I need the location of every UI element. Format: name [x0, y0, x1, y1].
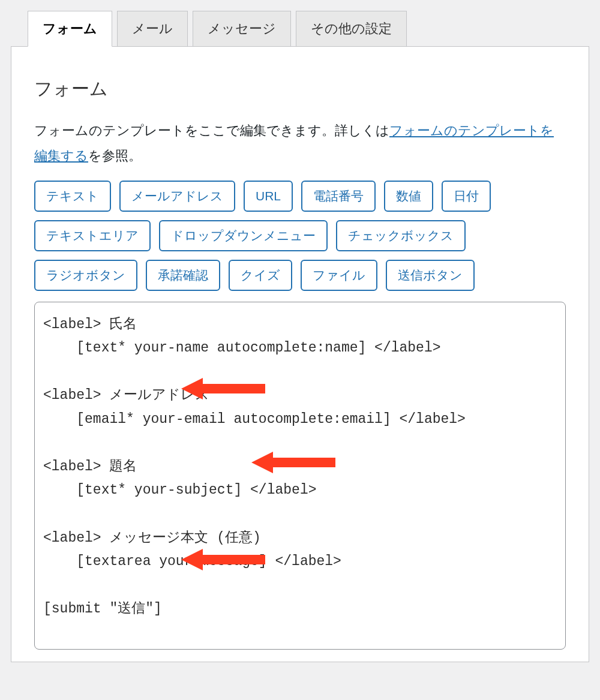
tag-buttons-row-3: ラジオボタン 承諾確認 クイズ ファイル 送信ボタン [34, 260, 566, 291]
panel-desc-before: フォームのテンプレートをここで編集できます。詳しくは [34, 123, 389, 138]
tag-checkbox-button[interactable]: チェックボックス [336, 220, 466, 251]
tag-submit-button[interactable]: 送信ボタン [386, 260, 475, 291]
tab-message[interactable]: メッセージ [193, 11, 291, 47]
tag-textarea-button[interactable]: テキストエリア [34, 220, 151, 251]
tag-file-button[interactable]: ファイル [301, 260, 377, 291]
tab-form[interactable]: フォーム [28, 11, 112, 47]
tag-date-button[interactable]: 日付 [442, 181, 491, 212]
form-template-textarea[interactable]: <label> 氏名 [text* your-name autocomplete… [34, 302, 566, 650]
tag-dropdown-button[interactable]: ドロップダウンメニュー [159, 220, 328, 251]
panel-description: フォームのテンプレートをここで編集できます。詳しくはフォームのテンプレートを編集… [34, 118, 566, 169]
tabs-nav: フォーム メール メッセージ その他の設定 [28, 11, 589, 47]
tag-buttons-row-1: テキスト メールアドレス URL 電話番号 数値 日付 [34, 181, 566, 212]
tag-buttons-row-2: テキストエリア ドロップダウンメニュー チェックボックス [34, 220, 566, 251]
tab-other-settings[interactable]: その他の設定 [296, 11, 407, 47]
tag-text-button[interactable]: テキスト [34, 181, 111, 212]
tag-number-button[interactable]: 数値 [384, 181, 433, 212]
tag-tel-button[interactable]: 電話番号 [301, 181, 376, 212]
tag-acceptance-button[interactable]: 承諾確認 [146, 260, 220, 291]
tag-email-button[interactable]: メールアドレス [119, 181, 235, 212]
tag-url-button[interactable]: URL [244, 181, 293, 212]
tag-radio-button[interactable]: ラジオボタン [34, 260, 137, 291]
tab-mail[interactable]: メール [117, 11, 188, 47]
panel-desc-after: を参照。 [88, 148, 142, 163]
tag-quiz-button[interactable]: クイズ [229, 260, 292, 291]
form-panel: フォーム フォームのテンプレートをここで編集できます。詳しくはフォームのテンプレ… [11, 46, 589, 662]
panel-title: フォーム [34, 77, 566, 101]
